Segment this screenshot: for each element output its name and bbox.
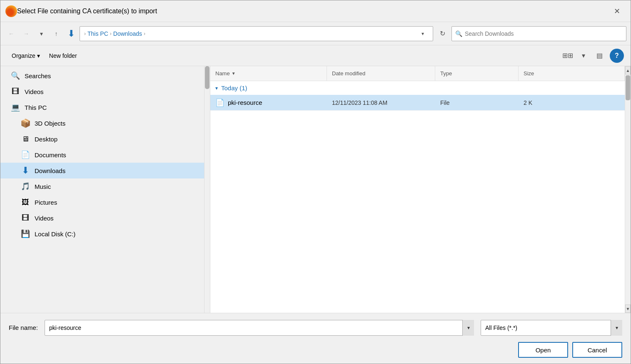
- sidebar-item-searches[interactable]: 🔍 Searches: [0, 68, 204, 84]
- videos1-icon: 🎞: [10, 87, 20, 97]
- sidebar-scrollbar-thumb[interactable]: [205, 66, 210, 89]
- sidebar-item-downloads[interactable]: ⬇ Downloads: [0, 163, 204, 178]
- group-today[interactable]: ▾ Today (1): [210, 81, 625, 95]
- dialog-title: Select File containing CA certificate(s)…: [17, 7, 608, 15]
- breadcrumb-sep2: ›: [144, 31, 145, 37]
- sidebar-item-music[interactable]: 🎵 Music: [0, 178, 204, 194]
- col-header-size[interactable]: Size: [519, 66, 625, 81]
- breadcrumb[interactable]: › This PC › Downloads › ▾: [80, 26, 433, 41]
- new-folder-label: New folder: [49, 52, 77, 59]
- search-input[interactable]: [465, 30, 623, 37]
- filename-dropdown-button[interactable]: ▾: [462, 320, 474, 336]
- desktop-icon: 🖥: [20, 134, 30, 144]
- 3dobjects-icon: 📦: [20, 118, 30, 128]
- sidebar-label-downloads: Downloads: [35, 167, 65, 174]
- searches-icon: 🔍: [10, 71, 20, 81]
- file-area: Name ▼ Date modified Type Size ▾ Tod: [210, 66, 625, 313]
- sidebar-item-3dobjects[interactable]: 📦 3D Objects: [0, 115, 204, 131]
- scroll-up-button[interactable]: ▲: [625, 66, 631, 74]
- back-button[interactable]: ←: [5, 27, 18, 40]
- bottombar: File name: ▾ All Files (*.*) Certificate…: [0, 313, 631, 342]
- file-row-pki-resource[interactable]: 📄 pki-resource 12/11/2023 11:08 AM File …: [210, 95, 625, 111]
- view-details-button[interactable]: ▤: [592, 50, 606, 62]
- file-size-cell: 2 K: [519, 99, 625, 106]
- sidebar-label-desktop: Desktop: [35, 136, 57, 143]
- sidebar-item-documents[interactable]: 📄 Documents: [0, 147, 204, 163]
- downloads-icon: ⬇: [20, 166, 30, 176]
- toolbar: Organize ▾ New folder ⊞⊞ ▾ ▤ ?: [0, 45, 631, 66]
- help-button[interactable]: ?: [610, 49, 624, 63]
- close-button[interactable]: ✕: [608, 5, 626, 18]
- breadcrumb-downloads[interactable]: Downloads: [113, 30, 142, 37]
- addressbar: ← → ▾ ↑ ⬇ › This PC › Downloads › ▾ ↻ 🔍: [0, 22, 631, 45]
- file-area-scrollbar[interactable]: ▲ ▼: [625, 66, 631, 313]
- breadcrumb-thispc[interactable]: This PC: [87, 30, 108, 37]
- group-label-today: Today (1): [221, 84, 247, 92]
- scroll-down-button[interactable]: ▼: [625, 305, 631, 313]
- organize-button[interactable]: Organize ▾: [7, 50, 45, 61]
- music-icon: 🎵: [20, 181, 30, 191]
- forward-button[interactable]: →: [20, 27, 33, 40]
- view-buttons: ⊞⊞ ▾ ▤: [561, 50, 606, 62]
- file-icon-pki: 📄: [215, 98, 224, 107]
- new-folder-button[interactable]: New folder: [45, 50, 82, 61]
- download-icon: ⬇: [65, 27, 78, 40]
- file-name-pki: pki-resource: [228, 99, 262, 106]
- view-details-icon: ▤: [596, 52, 603, 59]
- col-header-type[interactable]: Type: [435, 66, 519, 81]
- localdisk-icon: 💾: [20, 229, 30, 239]
- sidebar-item-desktop[interactable]: 🖥 Desktop: [0, 131, 204, 147]
- view-chevron-button[interactable]: ▾: [576, 50, 591, 62]
- col-header-date[interactable]: Date modified: [327, 66, 435, 81]
- up-button[interactable]: ↑: [50, 27, 63, 40]
- sidebar-label-music: Music: [35, 183, 51, 190]
- breadcrumb-chevron[interactable]: ▾: [417, 28, 429, 40]
- sidebar-label-searches: Searches: [25, 72, 51, 79]
- content-area: 🔍 Searches 🎞 Videos 💻 This PC 📦 3D Objec…: [0, 66, 631, 313]
- file-type-cell: File: [435, 99, 519, 106]
- sidebar-label-documents: Documents: [35, 151, 66, 158]
- file-list: ▾ Today (1) 📄 pki-resource 12/11/2023 11…: [210, 81, 625, 313]
- sidebar-label-thispc: This PC: [25, 104, 47, 111]
- col-name-sort-icon: ▼: [232, 71, 236, 76]
- scroll-thumb-area: [625, 74, 631, 305]
- filename-label: File name:: [9, 324, 38, 331]
- col-header-name[interactable]: Name ▼: [210, 66, 327, 81]
- filetype-select[interactable]: All Files (*.*) Certificate Files (*.crt…: [481, 320, 622, 336]
- documents-icon: 📄: [20, 150, 30, 160]
- open-button[interactable]: Open: [518, 342, 568, 358]
- sidebar-label-pictures: Pictures: [35, 199, 57, 206]
- group-chevron-today: ▾: [215, 85, 218, 91]
- filename-input-wrap: ▾: [45, 320, 474, 336]
- titlebar: Select File containing CA certificate(s)…: [0, 0, 631, 22]
- thispc-icon: 💻: [10, 102, 20, 112]
- search-box[interactable]: 🔍: [451, 26, 626, 41]
- sidebar-label-localdisk: Local Disk (C:): [35, 230, 75, 238]
- filename-input[interactable]: [45, 320, 474, 336]
- breadcrumb-root-arrow: ›: [84, 31, 86, 37]
- scroll-thumb[interactable]: [626, 75, 630, 100]
- pictures-icon: 🖼: [20, 197, 30, 207]
- file-column-headers: Name ▼ Date modified Type Size: [210, 66, 625, 81]
- view-grid-icon: ⊞⊞: [562, 52, 573, 59]
- app-icon: [5, 5, 17, 17]
- history-button[interactable]: ▾: [35, 27, 48, 40]
- sidebar-label-videos1: Videos: [25, 88, 44, 95]
- videos2-icon: 🎞: [20, 213, 30, 223]
- sidebar-item-videos1[interactable]: 🎞 Videos: [0, 84, 204, 99]
- cancel-button[interactable]: Cancel: [572, 342, 622, 358]
- sidebar-label-videos2: Videos: [35, 215, 54, 222]
- file-date-cell: 12/11/2023 11:08 AM: [327, 99, 435, 106]
- sidebar-item-pictures[interactable]: 🖼 Pictures: [0, 194, 204, 210]
- sidebar-item-thispc[interactable]: 💻 This PC: [0, 99, 204, 115]
- refresh-button[interactable]: ↻: [435, 26, 450, 41]
- sidebar-item-localdisk[interactable]: 💾 Local Disk (C:): [0, 226, 204, 242]
- file-dialog: Select File containing CA certificate(s)…: [0, 0, 631, 364]
- file-name-cell: 📄 pki-resource: [210, 98, 327, 107]
- breadcrumb-sep1: ›: [110, 31, 112, 37]
- organize-chevron: ▾: [37, 52, 40, 59]
- view-grid-button[interactable]: ⊞⊞: [561, 50, 575, 62]
- sidebar-scrollbar[interactable]: [205, 66, 210, 313]
- sidebar-item-videos2[interactable]: 🎞 Videos: [0, 210, 204, 226]
- organize-label: Organize: [12, 52, 35, 59]
